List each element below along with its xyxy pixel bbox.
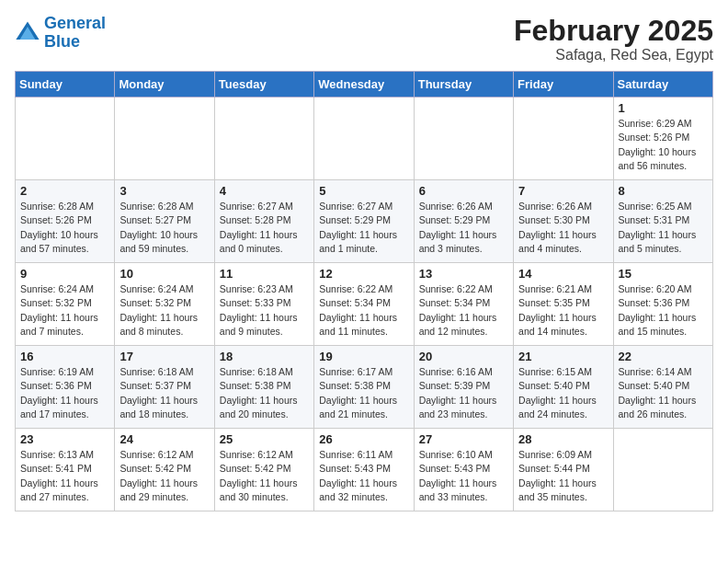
calendar-week-row: 23Sunrise: 6:13 AM Sunset: 5:41 PM Dayli… — [16, 429, 713, 511]
calendar-day-cell: 23Sunrise: 6:13 AM Sunset: 5:41 PM Dayli… — [16, 429, 115, 511]
day-info: Sunrise: 6:10 AM Sunset: 5:43 PM Dayligh… — [419, 448, 508, 504]
day-number: 9 — [20, 267, 109, 281]
day-of-week-header: Monday — [115, 72, 214, 98]
day-of-week-header: Saturday — [613, 72, 712, 98]
day-number: 23 — [20, 432, 109, 446]
location: Safaga, Red Sea, Egypt — [514, 47, 713, 63]
calendar-day-cell: 28Sunrise: 6:09 AM Sunset: 5:44 PM Dayli… — [514, 429, 613, 511]
calendar-day-cell: 19Sunrise: 6:17 AM Sunset: 5:38 PM Dayli… — [314, 346, 414, 429]
day-info: Sunrise: 6:15 AM Sunset: 5:40 PM Dayligh… — [518, 365, 608, 421]
day-number: 11 — [220, 267, 309, 281]
day-info: Sunrise: 6:24 AM Sunset: 5:32 PM Dayligh… — [20, 282, 109, 339]
day-number: 6 — [419, 184, 508, 198]
day-info: Sunrise: 6:12 AM Sunset: 5:42 PM Dayligh… — [220, 448, 309, 504]
day-of-week-header: Friday — [514, 72, 613, 98]
calendar-day-cell: 14Sunrise: 6:21 AM Sunset: 5:35 PM Dayli… — [514, 263, 613, 346]
calendar-week-row: 1Sunrise: 6:29 AM Sunset: 5:26 PM Daylig… — [16, 98, 713, 180]
day-number: 20 — [419, 350, 508, 363]
day-info: Sunrise: 6:25 AM Sunset: 5:31 PM Dayligh… — [619, 200, 708, 256]
calendar-header-row: SundayMondayTuesdayWednesdayThursdayFrid… — [16, 72, 713, 98]
calendar-day-cell: 16Sunrise: 6:19 AM Sunset: 5:36 PM Dayli… — [16, 346, 115, 429]
day-number: 24 — [119, 432, 209, 446]
calendar-day-cell: 7Sunrise: 6:26 AM Sunset: 5:30 PM Daylig… — [514, 180, 613, 263]
calendar-day-cell — [613, 429, 712, 511]
day-number: 21 — [518, 350, 608, 363]
calendar-day-cell: 18Sunrise: 6:18 AM Sunset: 5:38 PM Dayli… — [214, 346, 313, 429]
calendar-day-cell: 15Sunrise: 6:20 AM Sunset: 5:36 PM Dayli… — [613, 263, 712, 346]
day-number: 17 — [119, 350, 209, 363]
calendar-day-cell: 25Sunrise: 6:12 AM Sunset: 5:42 PM Dayli… — [214, 429, 313, 511]
day-of-week-header: Thursday — [414, 72, 513, 98]
calendar-body: 1Sunrise: 6:29 AM Sunset: 5:26 PM Daylig… — [16, 98, 713, 511]
calendar-day-cell: 21Sunrise: 6:15 AM Sunset: 5:40 PM Dayli… — [514, 346, 613, 429]
day-number: 16 — [20, 350, 109, 363]
day-info: Sunrise: 6:27 AM Sunset: 5:29 PM Dayligh… — [319, 200, 408, 256]
day-info: Sunrise: 6:18 AM Sunset: 5:37 PM Dayligh… — [119, 365, 209, 421]
day-number: 4 — [220, 184, 309, 198]
day-info: Sunrise: 6:17 AM Sunset: 5:38 PM Dayligh… — [319, 365, 408, 421]
calendar-day-cell: 1Sunrise: 6:29 AM Sunset: 5:26 PM Daylig… — [613, 98, 712, 180]
calendar-day-cell — [16, 98, 115, 180]
day-info: Sunrise: 6:23 AM Sunset: 5:33 PM Dayligh… — [220, 282, 309, 339]
day-info: Sunrise: 6:24 AM Sunset: 5:32 PM Dayligh… — [119, 282, 209, 339]
calendar-day-cell: 4Sunrise: 6:27 AM Sunset: 5:28 PM Daylig… — [214, 180, 313, 263]
title-block: February 2025 Safaga, Red Sea, Egypt — [514, 15, 713, 63]
calendar-week-row: 2Sunrise: 6:28 AM Sunset: 5:26 PM Daylig… — [16, 180, 713, 263]
day-number: 10 — [119, 267, 209, 281]
calendar-day-cell: 27Sunrise: 6:10 AM Sunset: 5:43 PM Dayli… — [414, 429, 513, 511]
day-info: Sunrise: 6:19 AM Sunset: 5:36 PM Dayligh… — [20, 365, 109, 421]
day-number: 5 — [319, 184, 408, 198]
day-number: 18 — [220, 350, 309, 363]
calendar-day-cell: 2Sunrise: 6:28 AM Sunset: 5:26 PM Daylig… — [16, 180, 115, 263]
day-info: Sunrise: 6:12 AM Sunset: 5:42 PM Dayligh… — [119, 448, 209, 504]
month-year: February 2025 — [514, 15, 713, 47]
day-info: Sunrise: 6:14 AM Sunset: 5:40 PM Dayligh… — [619, 365, 708, 421]
day-info: Sunrise: 6:13 AM Sunset: 5:41 PM Dayligh… — [20, 448, 109, 504]
day-info: Sunrise: 6:18 AM Sunset: 5:38 PM Dayligh… — [220, 365, 309, 421]
calendar-day-cell — [414, 98, 513, 180]
day-number: 14 — [518, 267, 608, 281]
page-header: General Blue February 2025 Safaga, Red S… — [15, 15, 713, 63]
calendar-day-cell: 24Sunrise: 6:12 AM Sunset: 5:42 PM Dayli… — [115, 429, 214, 511]
day-number: 13 — [419, 267, 508, 281]
day-info: Sunrise: 6:21 AM Sunset: 5:35 PM Dayligh… — [518, 282, 608, 339]
calendar-day-cell — [314, 98, 414, 180]
calendar-day-cell — [514, 98, 613, 180]
logo-text: General Blue — [44, 15, 106, 52]
day-info: Sunrise: 6:09 AM Sunset: 5:44 PM Dayligh… — [518, 448, 608, 504]
calendar-day-cell: 3Sunrise: 6:28 AM Sunset: 5:27 PM Daylig… — [115, 180, 214, 263]
day-number: 27 — [419, 432, 508, 446]
day-info: Sunrise: 6:27 AM Sunset: 5:28 PM Dayligh… — [220, 200, 309, 256]
day-number: 3 — [119, 184, 209, 198]
day-number: 19 — [319, 350, 408, 363]
day-number: 7 — [518, 184, 608, 198]
day-number: 2 — [20, 184, 109, 198]
day-number: 8 — [619, 184, 708, 198]
day-number: 25 — [220, 432, 309, 446]
calendar-day-cell: 8Sunrise: 6:25 AM Sunset: 5:31 PM Daylig… — [613, 180, 712, 263]
calendar-day-cell: 12Sunrise: 6:22 AM Sunset: 5:34 PM Dayli… — [314, 263, 414, 346]
day-info: Sunrise: 6:16 AM Sunset: 5:39 PM Dayligh… — [419, 365, 508, 421]
day-number: 28 — [518, 432, 608, 446]
logo-icon — [15, 20, 40, 46]
calendar-day-cell: 9Sunrise: 6:24 AM Sunset: 5:32 PM Daylig… — [16, 263, 115, 346]
day-of-week-header: Wednesday — [314, 72, 414, 98]
calendar-day-cell — [214, 98, 313, 180]
calendar-table: SundayMondayTuesdayWednesdayThursdayFrid… — [15, 71, 713, 511]
day-info: Sunrise: 6:29 AM Sunset: 5:26 PM Dayligh… — [619, 117, 708, 173]
logo-line2: Blue — [44, 32, 80, 51]
day-info: Sunrise: 6:28 AM Sunset: 5:26 PM Dayligh… — [20, 200, 109, 256]
logo-line1: General — [44, 14, 106, 32]
day-of-week-header: Sunday — [16, 72, 115, 98]
calendar-day-cell: 26Sunrise: 6:11 AM Sunset: 5:43 PM Dayli… — [314, 429, 414, 511]
day-number: 26 — [319, 432, 408, 446]
day-of-week-header: Tuesday — [214, 72, 313, 98]
calendar-week-row: 9Sunrise: 6:24 AM Sunset: 5:32 PM Daylig… — [16, 263, 713, 346]
day-info: Sunrise: 6:11 AM Sunset: 5:43 PM Dayligh… — [319, 448, 408, 504]
calendar-week-row: 16Sunrise: 6:19 AM Sunset: 5:36 PM Dayli… — [16, 346, 713, 429]
day-number: 22 — [619, 350, 708, 363]
day-number: 1 — [619, 101, 708, 115]
day-info: Sunrise: 6:26 AM Sunset: 5:30 PM Dayligh… — [518, 200, 608, 256]
calendar-day-cell: 6Sunrise: 6:26 AM Sunset: 5:29 PM Daylig… — [414, 180, 513, 263]
day-number: 15 — [619, 267, 708, 281]
